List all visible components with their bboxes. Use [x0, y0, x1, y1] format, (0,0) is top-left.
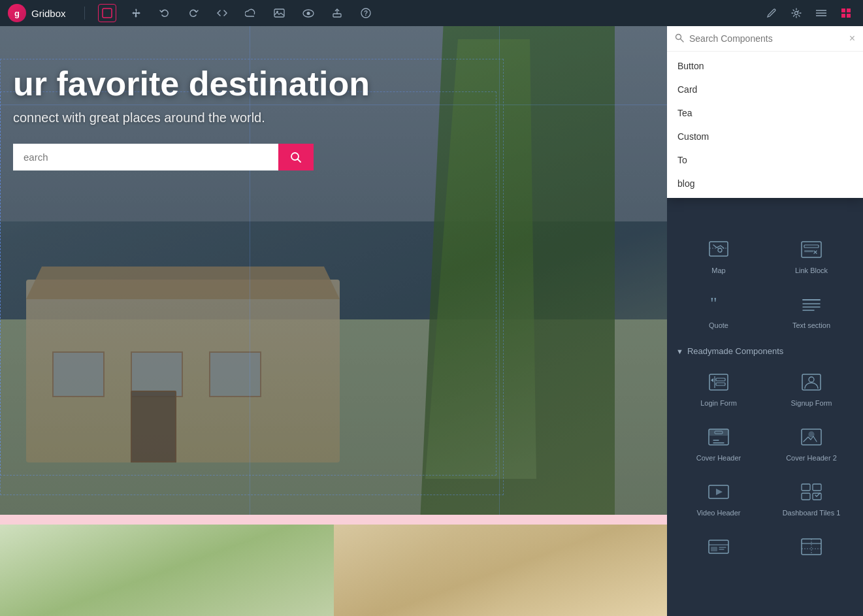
search-components-input[interactable] [689, 33, 844, 44]
select-tool-button[interactable] [98, 4, 116, 22]
hero-subtitle: connect with great places around the wor… [13, 110, 654, 125]
hero-search-button[interactable] [278, 144, 314, 170]
pen-tool-button[interactable] [762, 4, 781, 22]
cover-header-icon [704, 425, 734, 449]
svg-line-18 [298, 159, 301, 162]
signup-form-label: Signup Form [791, 399, 832, 407]
svg-rect-32 [716, 378, 725, 381]
svg-rect-16 [847, 14, 851, 18]
canvas-background: ur favorite destination connect with gre… [0, 26, 667, 616]
cloud-save-button[interactable] [242, 4, 260, 22]
search-clear-button[interactable]: × [849, 33, 855, 44]
link-block-icon [796, 238, 826, 261]
component-cover-header[interactable]: Cover Header [672, 416, 765, 471]
code-button[interactable] [213, 4, 231, 22]
search-result-blog[interactable]: blog [667, 172, 863, 195]
text-section-label: Text section [792, 321, 830, 329]
svg-line-20 [681, 39, 684, 42]
svg-rect-42 [802, 484, 810, 491]
photo-row [0, 525, 667, 616]
cover-header-2-label: Cover Header 2 [786, 454, 837, 462]
undo-button[interactable] [155, 4, 174, 22]
generic-1-icon [704, 535, 734, 559]
component-dashboard-tiles[interactable]: Dashboard Tiles 1 [765, 471, 858, 526]
component-signup-form[interactable]: Signup Form [765, 361, 858, 416]
hero-title: ur favorite destination [13, 65, 654, 103]
logo-icon: g [8, 4, 26, 22]
cover-header-label: Cover Header [696, 454, 741, 462]
svg-rect-13 [841, 8, 845, 12]
search-dropdown: × Button Card Tea Custom To blog [667, 26, 863, 198]
readymade-components-grid: Login Form Signup Form [667, 361, 863, 573]
link-block-label: Link Block [795, 267, 828, 274]
redo-button[interactable] [184, 4, 203, 22]
export-button[interactable] [328, 4, 346, 22]
photo-cell-2 [334, 525, 668, 616]
svg-rect-44 [802, 493, 810, 500]
svg-rect-25 [804, 250, 813, 252]
menu-button[interactable] [812, 4, 830, 22]
video-header-icon [704, 480, 734, 504]
help-button[interactable]: ? [357, 4, 375, 22]
dashboard-tiles-label: Dashboard Tiles 1 [783, 509, 841, 517]
component-quote[interactable]: " Quote [672, 284, 765, 338]
component-cover-header-2[interactable]: Cover Header 2 [765, 416, 858, 471]
components-panel: Map Link Block [667, 229, 863, 616]
svg-rect-43 [813, 484, 821, 491]
component-generic-1[interactable] [672, 526, 765, 573]
search-result-button[interactable]: Button [667, 54, 863, 78]
component-link-block[interactable]: Link Block [765, 229, 858, 284]
svg-point-4 [306, 12, 310, 15]
basic-components-grid: Map Link Block [667, 229, 863, 338]
hero-text-block: ur favorite destination connect with gre… [0, 65, 667, 170]
settings-button[interactable] [787, 4, 806, 22]
svg-rect-37 [709, 429, 728, 436]
svg-text:": " [710, 295, 717, 313]
svg-point-22 [718, 248, 722, 252]
image-button[interactable] [270, 4, 289, 22]
right-panel: × Button Card Tea Custom To blog [667, 26, 863, 616]
grid-view-button[interactable] [837, 4, 855, 22]
readymade-section-header: ▼ Readymade Components [667, 338, 863, 361]
readymade-section-label: Readymade Components [687, 346, 783, 356]
pink-section [0, 515, 667, 616]
svg-rect-14 [847, 8, 851, 12]
search-result-card[interactable]: Card [667, 78, 863, 101]
map-label: Map [711, 267, 725, 274]
move-tool-button[interactable] [127, 4, 145, 22]
svg-rect-0 [103, 8, 112, 18]
dashboard-tiles-icon [796, 480, 826, 504]
svg-rect-23 [802, 242, 821, 257]
video-header-label: Video Header [696, 509, 740, 517]
text-section-icon [796, 293, 826, 316]
login-form-icon [704, 370, 734, 394]
hero-section: ur favorite destination connect with gre… [0, 26, 667, 515]
photo-cell-1 [0, 525, 334, 616]
component-login-form[interactable]: Login Form [672, 361, 765, 416]
svg-point-35 [809, 377, 814, 382]
search-icon [675, 33, 684, 44]
preview-button[interactable] [299, 4, 318, 22]
search-results-list: Button Card Tea Custom To blog [667, 52, 863, 198]
toolbar-divider [84, 7, 85, 20]
search-result-custom[interactable]: Custom [667, 125, 863, 148]
login-form-label: Login Form [700, 399, 737, 407]
map-icon [704, 238, 734, 261]
generic-2-icon [796, 535, 826, 559]
search-result-to[interactable]: To [667, 148, 863, 172]
svg-rect-24 [804, 245, 819, 248]
component-video-header[interactable]: Video Header [672, 471, 765, 526]
quote-label: Quote [709, 321, 728, 329]
component-text-section[interactable]: Text section [765, 284, 858, 338]
hero-search-input[interactable] [13, 144, 278, 170]
hero-search-form [13, 144, 314, 170]
svg-rect-48 [711, 547, 717, 551]
signup-form-icon [796, 370, 826, 394]
app-name: Gridbox [31, 8, 66, 19]
component-map[interactable]: Map [672, 229, 765, 284]
search-result-tea[interactable]: Tea [667, 101, 863, 125]
component-generic-2[interactable] [765, 526, 858, 573]
app-logo[interactable]: g Gridbox [8, 4, 66, 22]
svg-text:?: ? [363, 10, 367, 17]
cover-header-2-icon [796, 425, 826, 449]
